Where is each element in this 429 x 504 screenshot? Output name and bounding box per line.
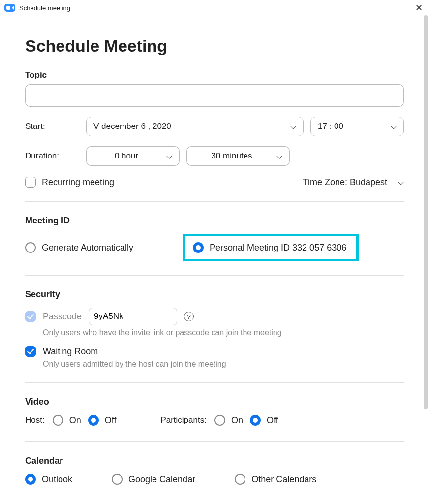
radio-selected-icon: [193, 242, 204, 253]
scrollbar[interactable]: [424, 15, 428, 409]
calendar-heading: Calendar: [25, 456, 404, 466]
divider: [25, 499, 404, 499]
calendar-google-radio[interactable]: Google Calendar: [112, 474, 195, 485]
topic-label: Topic: [25, 70, 404, 80]
waiting-room-checkbox[interactable]: [25, 346, 36, 357]
duration-hours-select[interactable]: 0 hour: [86, 146, 180, 166]
checkbox-unchecked-icon: [25, 177, 36, 188]
radio-selected-icon: [25, 474, 36, 485]
participants-video-on-radio[interactable]: On: [214, 415, 243, 426]
chevron-down-icon: [166, 153, 172, 159]
off-label: Off: [267, 415, 278, 426]
meeting-id-heading: Meeting ID: [25, 216, 404, 226]
host-video-label: Host:: [25, 415, 45, 425]
participants-video-label: Participants:: [160, 415, 207, 425]
chevron-down-icon: [276, 153, 282, 159]
divider: [25, 382, 404, 383]
calendar-outlook-radio[interactable]: Outlook: [25, 474, 72, 485]
on-label: On: [69, 415, 81, 426]
personal-meeting-id-highlight: Personal Meeting ID 332 057 6306: [183, 234, 359, 261]
radio-selected-icon: [88, 415, 99, 426]
passcode-label: Passcode: [43, 312, 82, 322]
timezone-label: Time Zone: Budapest: [303, 177, 387, 188]
passcode-checkbox[interactable]: [25, 311, 36, 322]
video-heading: Video: [25, 397, 404, 407]
duration-hours-value: 0 hour: [93, 151, 159, 161]
divider: [25, 201, 404, 202]
divider: [25, 441, 404, 442]
passcode-hint: Only users who have the invite link or p…: [43, 328, 404, 337]
personal-meeting-id-radio[interactable]: Personal Meeting ID 332 057 6306: [193, 242, 346, 253]
divider: [25, 275, 404, 276]
duration-label: Duration:: [25, 151, 79, 161]
radio-unselected-icon: [53, 415, 63, 426]
recurring-meeting-checkbox[interactable]: Recurring meeting: [25, 177, 114, 188]
outlook-label: Outlook: [42, 474, 72, 485]
window-title: Schedule meeting: [19, 4, 70, 12]
start-time-select[interactable]: 17 : 00: [310, 117, 404, 136]
waiting-room-hint: Only users admitted by the host can join…: [43, 360, 404, 369]
timezone-select[interactable]: Time Zone: Budapest: [303, 177, 404, 188]
page-title: Schedule Meeting: [25, 36, 404, 56]
host-video-on-radio[interactable]: On: [53, 415, 81, 426]
help-icon[interactable]: ?: [184, 312, 194, 321]
topic-input[interactable]: [25, 84, 404, 107]
off-label: Off: [105, 415, 117, 426]
titlebar: Schedule meeting ✕: [0, 0, 429, 14]
duration-minutes-value: 30 minutes: [194, 151, 270, 161]
start-label: Start:: [25, 122, 79, 131]
radio-selected-icon: [250, 415, 261, 426]
chevron-down-icon: [290, 124, 296, 129]
close-icon[interactable]: ✕: [415, 3, 423, 12]
security-heading: Security: [25, 289, 404, 300]
calendar-other-radio[interactable]: Other Calendars: [235, 474, 316, 485]
waiting-room-label: Waiting Room: [43, 346, 98, 357]
generate-automatically-radio[interactable]: Generate Automatically: [25, 242, 173, 253]
radio-unselected-icon: [214, 415, 225, 426]
participants-video-off-radio[interactable]: Off: [250, 415, 278, 426]
google-calendar-label: Google Calendar: [128, 474, 195, 485]
radio-unselected-icon: [112, 474, 123, 485]
chevron-down-icon: [391, 124, 397, 129]
chevron-down-icon: [398, 179, 404, 185]
recurring-label: Recurring meeting: [42, 177, 114, 188]
radio-unselected-icon: [235, 474, 245, 485]
other-calendars-label: Other Calendars: [251, 474, 316, 485]
radio-unselected-icon: [25, 242, 36, 253]
start-date-select[interactable]: V december 6 , 2020: [86, 117, 304, 136]
schedule-meeting-window: Schedule meeting ✕ Schedule Meeting Topi…: [0, 0, 429, 504]
start-date-value: V december 6 , 2020: [93, 122, 171, 131]
on-label: On: [231, 415, 243, 426]
duration-minutes-select[interactable]: 30 minutes: [186, 146, 290, 166]
start-time-value: 17 : 00: [318, 122, 343, 131]
passcode-input[interactable]: [89, 308, 177, 325]
host-video-off-radio[interactable]: Off: [88, 415, 117, 426]
personal-meeting-id-label: Personal Meeting ID 332 057 6306: [210, 243, 346, 253]
zoom-icon: [4, 4, 15, 12]
generate-automatically-label: Generate Automatically: [42, 243, 133, 253]
